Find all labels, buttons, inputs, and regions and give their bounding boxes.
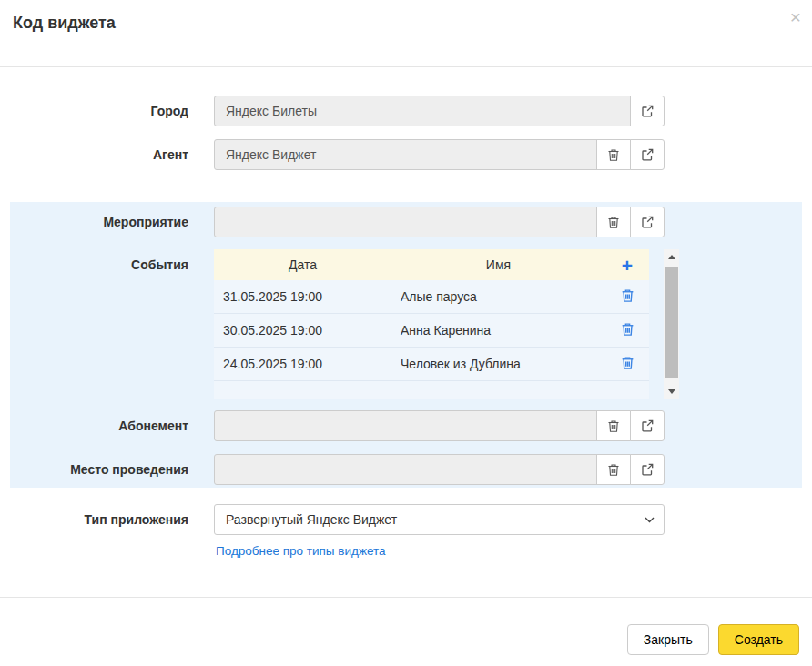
dialog-footer: Закрыть Создать	[0, 598, 812, 655]
subscription-row: Абонемент	[10, 410, 802, 441]
agent-open-button[interactable]	[630, 139, 665, 170]
subscription-open-button[interactable]	[630, 410, 665, 441]
app-type-value: Развернутый Яндекс Виджет	[226, 512, 397, 527]
add-event-icon[interactable]: +	[622, 256, 633, 275]
agent-field: Яндекс Виджет	[214, 139, 597, 170]
dialog-body: Город Яндекс Билеты Агент Яндекс Виджет	[0, 67, 812, 558]
event-name: Человек из Дублина	[391, 357, 605, 371]
chevron-down-icon	[645, 517, 655, 523]
scrollbar-thumb[interactable]	[665, 267, 678, 378]
event-section: Мероприятие	[10, 202, 802, 488]
trash-icon	[607, 419, 620, 433]
subscription-input-group	[214, 410, 665, 441]
sessions-label: События	[10, 249, 214, 280]
agent-input-group: Яндекс Виджет	[214, 139, 665, 170]
delete-event-icon[interactable]	[621, 356, 634, 370]
agent-clear-button[interactable]	[596, 139, 631, 170]
dialog-header: Код виджета ×	[0, 0, 812, 67]
trash-icon	[607, 216, 620, 229]
venue-clear-button[interactable]	[596, 454, 631, 485]
event-clear-button[interactable]	[596, 207, 631, 237]
event-open-button[interactable]	[630, 207, 665, 237]
trash-icon	[607, 148, 620, 162]
table-row: 31.05.2025 19:00 Алые паруса	[214, 280, 649, 314]
event-field	[214, 207, 597, 237]
widget-types-link[interactable]: Подробнее про типы виджета	[216, 544, 386, 558]
table-row: 24.05.2025 19:00 Человек из Дублина	[214, 348, 649, 381]
city-open-button[interactable]	[630, 96, 665, 126]
subscription-field	[214, 410, 597, 441]
delete-event-icon[interactable]	[621, 322, 634, 337]
table-row: 30.05.2025 19:00 Анна Каренина	[214, 314, 649, 348]
venue-row: Место проведения	[10, 454, 802, 485]
close-icon[interactable]: ×	[790, 7, 801, 26]
agent-label: Агент	[0, 147, 214, 162]
venue-input-group	[214, 454, 665, 485]
event-label: Мероприятие	[10, 215, 214, 229]
venue-open-button[interactable]	[630, 454, 665, 485]
venue-field	[214, 454, 597, 485]
external-link-icon	[641, 105, 654, 117]
external-link-icon	[641, 216, 654, 228]
app-type-label: Тип приложения	[0, 512, 214, 527]
events-scrollbar[interactable]	[664, 249, 679, 399]
external-link-icon	[641, 463, 654, 476]
event-row: Мероприятие	[10, 207, 802, 237]
create-button[interactable]: Создать	[718, 624, 799, 655]
column-header-date: Дата	[214, 257, 391, 272]
event-date: 24.05.2025 19:00	[214, 357, 391, 371]
sessions-table: Дата Имя + 31.05.2025 19:00 Алые паруса	[214, 249, 649, 399]
close-button[interactable]: Закрыть	[627, 624, 709, 655]
column-header-name: Имя	[391, 257, 605, 272]
delete-event-icon[interactable]	[621, 288, 634, 303]
event-input-group	[214, 207, 665, 237]
event-date: 30.05.2025 19:00	[214, 323, 391, 338]
city-input-group: Яндекс Билеты	[214, 96, 665, 126]
dialog-title: Код виджета	[13, 14, 799, 33]
city-field: Яндекс Билеты	[214, 96, 631, 126]
sessions-table-header: Дата Имя +	[214, 249, 649, 280]
subscription-clear-button[interactable]	[596, 410, 631, 441]
agent-row: Агент Яндекс Виджет	[0, 139, 812, 170]
city-row: Город Яндекс Билеты	[0, 96, 812, 126]
help-link-row: Подробнее про типы виджета	[216, 543, 812, 558]
external-link-icon	[641, 419, 654, 432]
event-date: 31.05.2025 19:00	[214, 289, 391, 304]
scroll-up-icon[interactable]	[664, 249, 679, 265]
scroll-down-icon[interactable]	[664, 384, 679, 399]
event-name: Алые паруса	[391, 289, 605, 304]
app-type-row: Тип приложения Развернутый Яндекс Виджет	[0, 504, 812, 535]
sessions-table-wrap: Дата Имя + 31.05.2025 19:00 Алые паруса	[214, 249, 679, 399]
venue-label: Место проведения	[10, 462, 214, 477]
external-link-icon	[641, 148, 654, 161]
city-label: Город	[0, 104, 214, 118]
trash-icon	[607, 463, 620, 477]
sessions-row: События Дата Имя + 31.05.2025 19:00 Алые…	[10, 249, 802, 399]
app-type-select[interactable]: Развернутый Яндекс Виджет	[214, 504, 665, 535]
event-name: Анна Каренина	[391, 323, 605, 338]
subscription-label: Абонемент	[10, 419, 214, 433]
